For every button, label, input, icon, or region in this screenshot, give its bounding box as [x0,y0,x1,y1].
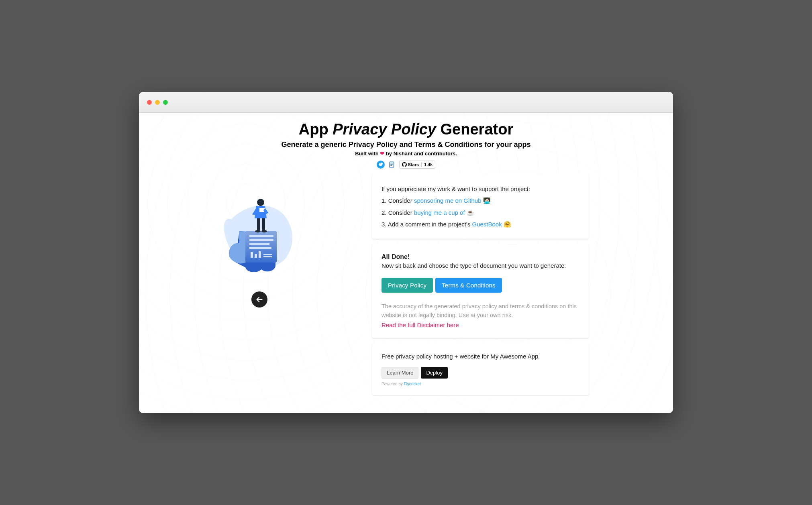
twitter-icon[interactable] [377,161,385,169]
close-icon[interactable] [147,100,152,105]
disclaimer-link[interactable]: Read the full Disclaimer here [382,321,459,330]
svg-rect-14 [257,218,260,230]
hero: App Privacy Policy Generator Generate a … [139,113,673,174]
svg-rect-8 [255,254,257,258]
built-post: by Nishant and contributors. [384,151,457,157]
svg-rect-15 [262,218,265,230]
main-columns: If you appreciate my work & want to supp… [139,174,673,411]
title-pre: App [299,121,333,138]
page-title: App Privacy Policy Generator [139,121,673,138]
done-card: All Done! Now sit back and choose the ty… [372,244,589,338]
page-content: App Privacy Policy Generator Generate a … [139,113,673,413]
back-button[interactable] [251,291,267,307]
minimize-icon[interactable] [155,100,160,105]
title-italic: Privacy Policy [333,121,436,138]
newspaper-icon[interactable] [388,161,396,169]
maximize-icon[interactable] [163,100,168,105]
disclaimer: The accuracy of the generated privacy po… [382,302,579,330]
support-item-2: 2. Consider buying me a cup of ☕ [382,207,579,218]
github-stars-badge[interactable]: Stars 1.4k [399,161,436,169]
gh-count: 1.4k [422,162,435,167]
terms-conditions-button[interactable]: Terms & Conditions [435,278,502,293]
svg-point-17 [261,230,267,232]
gh-label: Stars [408,162,419,167]
svg-rect-7 [251,252,253,258]
support-item-1: 1. Consider sponsoring me on Github 🧑🏻‍💻 [382,195,579,206]
deploy-button[interactable]: Deploy [421,367,447,379]
titlebar [139,92,673,113]
support-card: If you appreciate my work & want to supp… [372,174,589,239]
done-title: All Done! [382,253,579,261]
hosting-text: Free privacy policy hosting + website fo… [382,353,579,360]
flycricket-link[interactable]: Flycricket [404,382,421,386]
right-column: If you appreciate my work & want to supp… [372,174,589,395]
hosting-card: Free privacy policy hosting + website fo… [372,344,589,395]
arrow-left-icon [255,295,264,304]
document-illustration [207,179,312,283]
powered-by: Powered by Flycricket [382,382,579,386]
window-controls [147,100,168,105]
social-row: Stars 1.4k [139,161,673,169]
svg-point-12 [257,199,264,206]
privacy-policy-button[interactable]: Privacy Policy [382,278,433,293]
left-column [155,174,364,307]
built-pre: Built with [355,151,380,157]
support-item-3: 3. Add a comment in the project's GuestB… [382,218,579,230]
learn-more-button[interactable]: Learn More [382,367,418,379]
heart-icon: ❤ [380,151,384,157]
title-post: Generator [436,121,513,138]
guestbook-link[interactable]: GuestBook [472,221,502,228]
svg-rect-10 [263,254,272,255]
page-subtitle: Generate a generic Privacy Policy and Te… [139,141,673,149]
support-intro: If you appreciate my work & want to supp… [382,183,579,195]
done-subtitle: Now sit back and choose the type of docu… [382,262,579,269]
document-type-buttons: Privacy Policy Terms & Conditions [382,278,579,293]
svg-rect-9 [259,251,261,258]
svg-point-16 [255,230,261,232]
hosting-buttons: Learn More Deploy [382,367,579,379]
sponsor-link[interactable]: sponsoring me on Github [414,197,481,204]
coffee-link[interactable]: buying me a cup of [414,209,465,216]
svg-rect-11 [263,256,272,257]
app-window: App Privacy Policy Generator Generate a … [139,92,673,413]
disclaimer-text: The accuracy of the generated privacy po… [382,303,577,318]
built-with: Built with ❤ by Nishant and contributors… [139,151,673,157]
